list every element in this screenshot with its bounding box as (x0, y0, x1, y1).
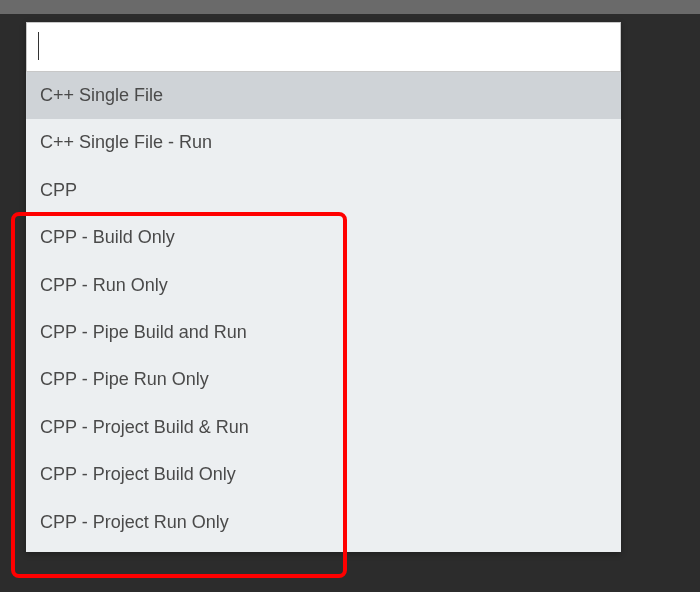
option-cpp-project-run-only[interactable]: CPP - Project Run Only (26, 499, 621, 546)
option-cpp-pipe-run-only[interactable]: CPP - Pipe Run Only (26, 356, 621, 403)
search-input[interactable] (26, 22, 621, 72)
option-cpp[interactable]: CPP (26, 167, 621, 214)
option-list: C++ Single File C++ Single File - Run CP… (26, 72, 621, 552)
option-cpp-single-file-run[interactable]: C++ Single File - Run (26, 119, 621, 166)
option-cpp-project-build-only[interactable]: CPP - Project Build Only (26, 451, 621, 498)
option-cpp-build-only[interactable]: CPP - Build Only (26, 214, 621, 261)
titlebar-strip (0, 0, 700, 14)
option-cpp-single-file[interactable]: C++ Single File (26, 72, 621, 119)
option-cpp-project-build-run[interactable]: CPP - Project Build & Run (26, 404, 621, 451)
option-cpp-pipe-build-run[interactable]: CPP - Pipe Build and Run (26, 309, 621, 356)
option-cpp-run-only[interactable]: CPP - Run Only (26, 262, 621, 309)
command-palette: C++ Single File C++ Single File - Run CP… (26, 22, 621, 552)
